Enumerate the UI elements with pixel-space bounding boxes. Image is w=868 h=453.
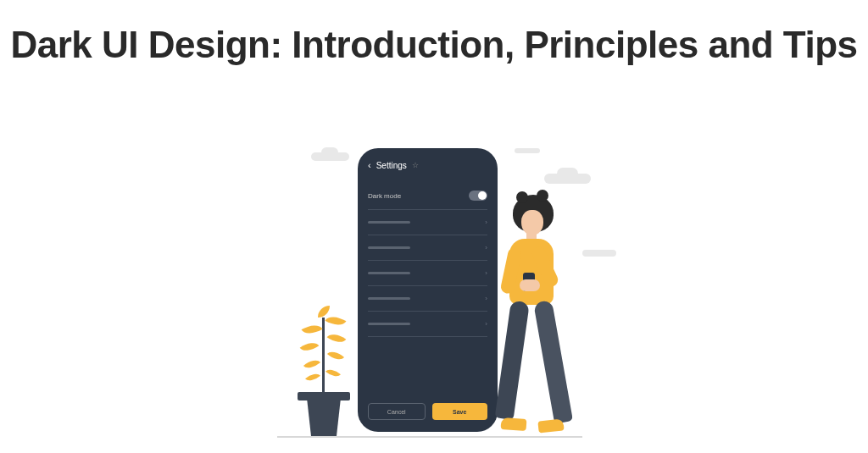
phone-mockup: ‹ Settings ☆ Dark mode › › › › › Cancel … (358, 148, 498, 432)
save-button: Save (432, 403, 488, 420)
cloud-decoration (544, 174, 591, 184)
chevron-right-icon: › (485, 218, 487, 226)
hero-illustration: ‹ Settings ☆ Dark mode › › › › › Cancel … (252, 140, 616, 445)
setting-row-placeholder: › (368, 312, 487, 337)
chevron-right-icon: › (485, 269, 487, 277)
setting-row-placeholder: › (368, 210, 487, 235)
setting-row-placeholder: › (368, 261, 487, 286)
chevron-right-icon: › (485, 244, 487, 251)
setting-row-placeholder: › (368, 286, 487, 312)
dark-mode-row: Dark mode (368, 182, 487, 210)
dark-mode-label: Dark mode (368, 192, 401, 200)
star-icon: ☆ (412, 161, 419, 169)
plant-decoration (286, 292, 362, 436)
cancel-button: Cancel (368, 403, 426, 420)
back-chevron-icon: ‹ (368, 160, 371, 170)
page-title: Dark UI Design: Introduction, Principles… (0, 0, 868, 67)
floor-line (277, 436, 582, 438)
cloud-decoration (582, 250, 616, 257)
cloud-decoration (515, 148, 540, 153)
settings-label: Settings (376, 161, 407, 170)
person-illustration (489, 195, 570, 436)
cloud-decoration (311, 152, 349, 161)
chevron-right-icon: › (485, 320, 487, 328)
dark-mode-toggle (469, 191, 487, 201)
setting-row-placeholder: › (368, 235, 487, 261)
chevron-right-icon: › (485, 295, 487, 302)
phone-header: ‹ Settings ☆ (368, 160, 487, 170)
